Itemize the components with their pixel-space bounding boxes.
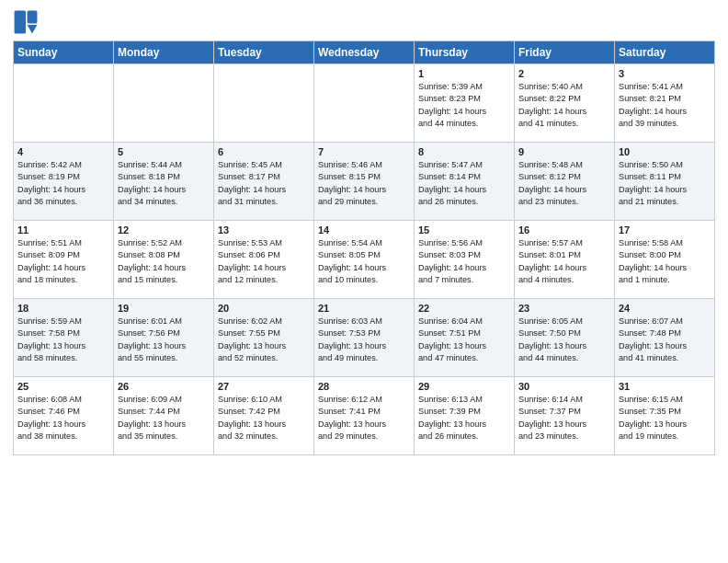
weekday-header: Monday: [114, 41, 214, 64]
svg-marker-2: [28, 25, 38, 33]
day-info: Sunrise: 6:09 AM Sunset: 7:44 PM Dayligh…: [118, 394, 210, 442]
day-info: Sunrise: 6:08 AM Sunset: 7:46 PM Dayligh…: [17, 394, 109, 442]
calendar-cell: [114, 64, 214, 143]
day-info: Sunrise: 5:56 AM Sunset: 8:03 PM Dayligh…: [418, 237, 510, 286]
day-info: Sunrise: 5:59 AM Sunset: 7:58 PM Dayligh…: [17, 316, 109, 364]
day-number: 6: [218, 146, 310, 157]
weekday-header: Sunday: [14, 41, 114, 64]
svg-rect-0: [15, 11, 26, 34]
day-info: Sunrise: 5:40 AM Sunset: 8:22 PM Dayligh…: [518, 81, 610, 130]
day-number: 20: [218, 303, 310, 314]
weekday-header: Tuesday: [214, 41, 314, 64]
logo: [13, 9, 42, 35]
day-number: 18: [17, 303, 109, 314]
day-info: Sunrise: 6:02 AM Sunset: 7:55 PM Dayligh…: [218, 316, 310, 364]
day-number: 31: [619, 381, 711, 392]
day-number: 2: [518, 68, 610, 79]
day-number: 1: [418, 68, 510, 79]
calendar-cell: 24Sunrise: 6:07 AM Sunset: 7:48 PM Dayli…: [615, 299, 715, 377]
day-info: Sunrise: 6:12 AM Sunset: 7:41 PM Dayligh…: [318, 394, 410, 442]
calendar-cell: 23Sunrise: 6:05 AM Sunset: 7:50 PM Dayli…: [515, 299, 615, 377]
weekday-header: Wednesday: [314, 41, 415, 64]
day-info: Sunrise: 5:39 AM Sunset: 8:23 PM Dayligh…: [418, 81, 510, 130]
weekday-header: Thursday: [415, 41, 515, 64]
day-info: Sunrise: 5:50 AM Sunset: 8:11 PM Dayligh…: [619, 159, 711, 208]
day-info: Sunrise: 5:42 AM Sunset: 8:19 PM Dayligh…: [17, 159, 109, 208]
day-info: Sunrise: 5:45 AM Sunset: 8:17 PM Dayligh…: [218, 159, 310, 208]
calendar-cell: 27Sunrise: 6:10 AM Sunset: 7:42 PM Dayli…: [214, 377, 314, 455]
calendar-cell: 1Sunrise: 5:39 AM Sunset: 8:23 PM Daylig…: [415, 64, 515, 143]
day-info: Sunrise: 5:57 AM Sunset: 8:01 PM Dayligh…: [518, 237, 610, 286]
day-info: Sunrise: 6:04 AM Sunset: 7:51 PM Dayligh…: [418, 316, 510, 364]
day-number: 19: [118, 303, 210, 314]
day-number: 27: [218, 381, 310, 392]
day-info: Sunrise: 6:15 AM Sunset: 7:35 PM Dayligh…: [619, 394, 711, 442]
day-number: 16: [518, 224, 610, 236]
day-number: 13: [218, 224, 310, 236]
day-number: 28: [318, 381, 410, 392]
day-info: Sunrise: 5:54 AM Sunset: 8:05 PM Dayligh…: [318, 237, 410, 286]
day-number: 30: [518, 381, 610, 392]
day-info: Sunrise: 5:44 AM Sunset: 8:18 PM Dayligh…: [118, 159, 210, 208]
day-info: Sunrise: 6:13 AM Sunset: 7:39 PM Dayligh…: [418, 394, 510, 442]
calendar-cell: [314, 64, 415, 143]
day-number: 9: [518, 146, 610, 157]
day-number: 23: [518, 303, 610, 314]
calendar-cell: [214, 64, 314, 143]
day-number: 5: [118, 146, 210, 157]
calendar-cell: 21Sunrise: 6:03 AM Sunset: 7:53 PM Dayli…: [314, 299, 415, 377]
calendar-cell: 30Sunrise: 6:14 AM Sunset: 7:37 PM Dayli…: [515, 377, 615, 455]
calendar-cell: 16Sunrise: 5:57 AM Sunset: 8:01 PM Dayli…: [515, 221, 615, 299]
day-info: Sunrise: 5:46 AM Sunset: 8:15 PM Dayligh…: [318, 159, 410, 208]
calendar-cell: 8Sunrise: 5:47 AM Sunset: 8:14 PM Daylig…: [415, 143, 515, 221]
calendar-week-row: 25Sunrise: 6:08 AM Sunset: 7:46 PM Dayli…: [14, 377, 715, 455]
day-info: Sunrise: 6:10 AM Sunset: 7:42 PM Dayligh…: [218, 394, 310, 442]
calendar-cell: 31Sunrise: 6:15 AM Sunset: 7:35 PM Dayli…: [615, 377, 715, 455]
calendar-cell: 3Sunrise: 5:41 AM Sunset: 8:21 PM Daylig…: [615, 64, 715, 143]
calendar-cell: 10Sunrise: 5:50 AM Sunset: 8:11 PM Dayli…: [615, 143, 715, 221]
calendar-cell: 11Sunrise: 5:51 AM Sunset: 8:09 PM Dayli…: [14, 221, 114, 299]
svg-rect-1: [28, 11, 38, 24]
day-info: Sunrise: 6:14 AM Sunset: 7:37 PM Dayligh…: [518, 394, 610, 442]
calendar-cell: 14Sunrise: 5:54 AM Sunset: 8:05 PM Dayli…: [314, 221, 415, 299]
calendar-cell: 6Sunrise: 5:45 AM Sunset: 8:17 PM Daylig…: [214, 143, 314, 221]
calendar-cell: 12Sunrise: 5:52 AM Sunset: 8:08 PM Dayli…: [114, 221, 214, 299]
weekday-header: Friday: [515, 41, 615, 64]
page-container: SundayMondayTuesdayWednesdayThursdayFrid…: [0, 0, 728, 563]
day-number: 21: [318, 303, 410, 314]
day-number: 10: [619, 146, 711, 157]
day-number: 14: [318, 224, 410, 236]
calendar-cell: 7Sunrise: 5:46 AM Sunset: 8:15 PM Daylig…: [314, 143, 415, 221]
calendar-table: SundayMondayTuesdayWednesdayThursdayFrid…: [13, 40, 715, 455]
day-number: 12: [118, 224, 210, 236]
calendar-week-row: 11Sunrise: 5:51 AM Sunset: 8:09 PM Dayli…: [14, 221, 715, 299]
calendar-cell: 13Sunrise: 5:53 AM Sunset: 8:06 PM Dayli…: [214, 221, 314, 299]
calendar-cell: 26Sunrise: 6:09 AM Sunset: 7:44 PM Dayli…: [114, 377, 214, 455]
day-number: 25: [17, 381, 109, 392]
day-number: 3: [619, 68, 711, 79]
calendar-week-row: 18Sunrise: 5:59 AM Sunset: 7:58 PM Dayli…: [14, 299, 715, 377]
day-number: 17: [619, 224, 711, 236]
calendar-cell: 29Sunrise: 6:13 AM Sunset: 7:39 PM Dayli…: [415, 377, 515, 455]
day-info: Sunrise: 5:53 AM Sunset: 8:06 PM Dayligh…: [218, 237, 310, 286]
day-info: Sunrise: 5:48 AM Sunset: 8:12 PM Dayligh…: [518, 159, 610, 208]
calendar-cell: 17Sunrise: 5:58 AM Sunset: 8:00 PM Dayli…: [615, 221, 715, 299]
day-info: Sunrise: 5:47 AM Sunset: 8:14 PM Dayligh…: [418, 159, 510, 208]
weekday-header-row: SundayMondayTuesdayWednesdayThursdayFrid…: [14, 41, 715, 64]
calendar-cell: 28Sunrise: 6:12 AM Sunset: 7:41 PM Dayli…: [314, 377, 415, 455]
day-number: 24: [619, 303, 711, 314]
day-info: Sunrise: 6:05 AM Sunset: 7:50 PM Dayligh…: [518, 316, 610, 364]
header: [13, 9, 715, 35]
calendar-cell: [14, 64, 114, 143]
day-info: Sunrise: 6:03 AM Sunset: 7:53 PM Dayligh…: [318, 316, 410, 364]
day-number: 29: [418, 381, 510, 392]
day-number: 11: [17, 224, 109, 236]
calendar-week-row: 1Sunrise: 5:39 AM Sunset: 8:23 PM Daylig…: [14, 64, 715, 143]
day-number: 4: [17, 146, 109, 157]
calendar-cell: 5Sunrise: 5:44 AM Sunset: 8:18 PM Daylig…: [114, 143, 214, 221]
day-number: 26: [118, 381, 210, 392]
day-info: Sunrise: 6:01 AM Sunset: 7:56 PM Dayligh…: [118, 316, 210, 364]
calendar-cell: 4Sunrise: 5:42 AM Sunset: 8:19 PM Daylig…: [14, 143, 114, 221]
day-number: 15: [418, 224, 510, 236]
day-number: 22: [418, 303, 510, 314]
